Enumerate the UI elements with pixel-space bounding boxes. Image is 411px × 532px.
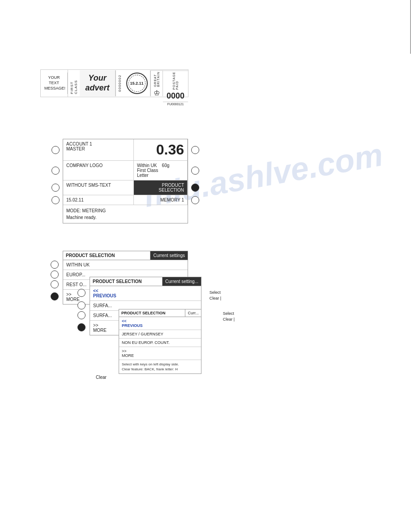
radio-right-account[interactable] xyxy=(191,146,199,154)
ps-mid-current: Current setting... xyxy=(163,277,201,286)
amount-value: 0.36 xyxy=(137,142,184,158)
radio-europ[interactable] xyxy=(51,270,59,279)
right-btn-account[interactable] xyxy=(190,146,200,154)
company-logo-label: COMPANY LOGO xyxy=(66,163,130,168)
product-selection-cell: PRODUCT SELECTION xyxy=(134,180,188,195)
ps-outer-item-0[interactable]: WITHIN UK xyxy=(63,260,188,270)
radio-right-company[interactable] xyxy=(191,167,199,175)
stamp-circle-mark: 15.2.11 xyxy=(124,70,150,96)
ps-mid-label-0: << PREVIOUS xyxy=(90,286,201,300)
ps-mid-header: PRODUCT SELECTION Current setting... xyxy=(90,277,201,286)
select-clear-outer: Select Clear | xyxy=(210,290,221,301)
ps-inner-item-1[interactable]: JERSEY / GUERNSEY xyxy=(119,330,201,339)
product-selection-inner: PRODUCT SELECTION Curr... << PREVIOUS JE… xyxy=(119,309,201,374)
stamp-advert: Your advert xyxy=(80,70,116,96)
status-label: Machine ready. xyxy=(66,214,184,221)
stamp-your-message: YOUR TEXT MESSAGE! xyxy=(41,73,68,94)
mode-label: MODE: METERING xyxy=(66,207,184,214)
radio-date[interactable] xyxy=(51,196,60,204)
ps-inner-current: Curr... xyxy=(185,309,201,317)
right-btn-sms[interactable] xyxy=(190,184,200,192)
stamp-postage-section: POSTAGE PAID 0000 FU0000121 xyxy=(163,70,188,96)
memory-cell: MEMORY 1 xyxy=(134,195,188,205)
company-cell: COMPANY LOGO xyxy=(63,161,134,180)
ps-outer-current: Current settings xyxy=(150,251,188,260)
account-cell: ACCOUNT 1 MASTER xyxy=(63,139,134,160)
amount-cell: 0.36 xyxy=(134,139,188,160)
panel-mode-row: MODE: METERING Machine ready. xyxy=(63,205,188,223)
radio-within-uk[interactable] xyxy=(51,261,59,269)
radio-more-outer[interactable] xyxy=(51,292,59,300)
product-selection-label: PRODUCT SELECTION xyxy=(137,183,184,193)
radio-prev-mid[interactable] xyxy=(77,289,86,297)
radio-rest[interactable] xyxy=(51,280,59,288)
stamp-postage-paid: POSTAGE PAID xyxy=(163,70,188,90)
ps-inner-footer-1: Select with keys on left display side. xyxy=(122,362,198,367)
sms-label: WITHOUT SMS-TEXT xyxy=(66,183,130,188)
panel-row-company: COMPANY LOGO Within UK 60g First Class L… xyxy=(63,161,188,180)
right-btn-date[interactable] xyxy=(190,196,200,204)
ps-inner-item-3[interactable]: >> MORE xyxy=(119,347,201,360)
ps-inner-title: PRODUCT SELECTION xyxy=(119,309,185,317)
radio-sms[interactable] xyxy=(51,184,60,192)
stamp-zeros: 0000 xyxy=(163,90,188,102)
ps-outer-title: PRODUCT SELECTION xyxy=(63,251,150,260)
radio-account[interactable] xyxy=(51,146,60,154)
ps-inner-footer-2: Clear feature: BACK, frank letter: H xyxy=(122,367,198,372)
ps-mid-item-0[interactable]: << PREVIOUS xyxy=(90,286,201,301)
select-clear-mid: Select Clear | xyxy=(223,311,235,322)
right-btn-company[interactable] xyxy=(190,167,200,175)
stamp-circle-date: 15.2.11 xyxy=(130,81,143,86)
left-btn-account[interactable] xyxy=(51,146,60,154)
weight-info: Within UK 60g xyxy=(137,163,184,168)
weight-value: 60g xyxy=(162,163,170,168)
ps-inner-header: PRODUCT SELECTION Curr... xyxy=(119,309,201,317)
radio-company[interactable] xyxy=(51,167,60,175)
stamp-serial-bottom: FU0000121 xyxy=(163,102,188,106)
radio-surfa1-mid[interactable] xyxy=(77,301,86,309)
memory-label: MEMORY 1 xyxy=(137,197,184,202)
select-clear-label-mid: Select Clear | xyxy=(223,311,235,322)
left-btn-date[interactable] xyxy=(51,196,60,204)
stamp-strip: YOUR TEXT MESSAGE! FIRST CLASS Your adve… xyxy=(40,69,188,97)
left-btn-company[interactable] xyxy=(51,167,60,175)
product-label: First Class Letter xyxy=(137,168,184,178)
weight-label: Within UK xyxy=(137,163,157,168)
date-label: 15.02.11 xyxy=(66,197,130,202)
radio-more-mid[interactable] xyxy=(77,323,86,331)
ps-inner-item-0[interactable]: << PREVIOUS xyxy=(119,317,201,330)
panel-row-date: 15.02.11 MEMORY 1 xyxy=(63,195,188,205)
weight-cell: Within UK 60g First Class Letter xyxy=(134,161,188,180)
stamp-serial-top: 0000002 xyxy=(116,70,124,96)
panel-row-sms: WITHOUT SMS-TEXT PRODUCT SELECTION xyxy=(63,180,188,195)
ps-inner-item-2[interactable]: NON EU EUROP. COUNT. xyxy=(119,339,201,347)
radio-right-date[interactable] xyxy=(191,196,199,204)
radio-surfa2-mid[interactable] xyxy=(77,311,86,319)
stamp-gb-section: GREAT BRITAIN ♔ xyxy=(150,70,163,96)
radio-right-sms[interactable] xyxy=(191,184,199,192)
ps-outer-label-0: WITHIN UK xyxy=(63,260,188,270)
account-label: ACCOUNT 1 xyxy=(66,142,130,146)
sms-cell: WITHOUT SMS-TEXT xyxy=(63,180,134,195)
main-panel: ACCOUNT 1 MASTER 0.36 COMPANY LOGO Withi… xyxy=(63,139,188,223)
account-sub: MASTER xyxy=(66,146,130,151)
clear-label: Clear xyxy=(96,375,107,380)
select-clear-label-outer: Select Clear | xyxy=(210,290,221,301)
stamp-great-britain: GREAT BRITAIN xyxy=(151,70,163,88)
ps-mid-title: PRODUCT SELECTION xyxy=(90,277,163,286)
ps-outer-header: PRODUCT SELECTION Current settings xyxy=(63,251,188,260)
left-btn-sms[interactable] xyxy=(51,184,60,192)
stamp-first-class: FIRST CLASS xyxy=(68,70,80,97)
date-cell: 15.02.11 xyxy=(63,195,134,205)
ps-inner-footer: Select with keys on left display side. C… xyxy=(119,360,201,373)
panel-row-account: ACCOUNT 1 MASTER 0.36 xyxy=(63,139,188,161)
stamp-crown-icon: ♔ xyxy=(151,88,163,98)
